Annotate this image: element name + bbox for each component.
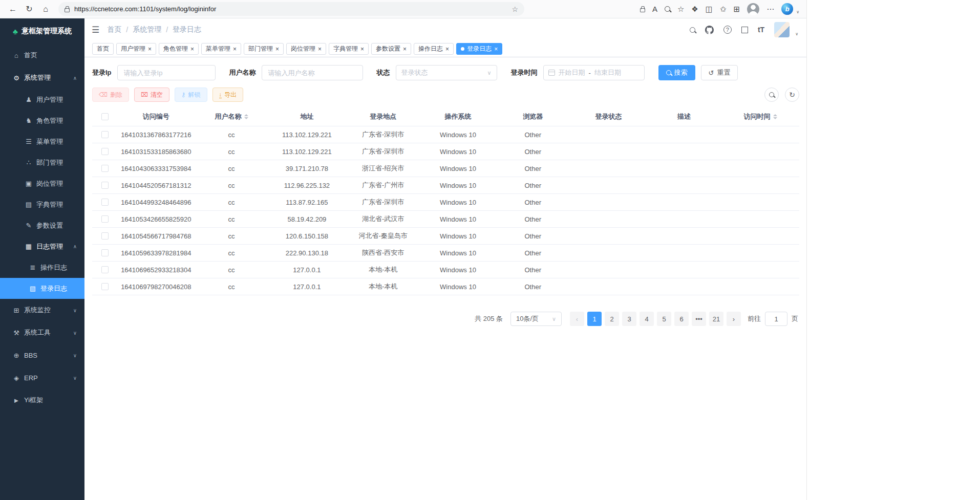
refresh-table-button[interactable]: ↻	[785, 88, 799, 102]
sidebar-item[interactable]: ⚙ 系统管理 ∧	[0, 67, 84, 89]
delete-button[interactable]: ⌫ 删除	[92, 88, 129, 102]
home-button[interactable]: ⌂	[38, 2, 53, 16]
favorites-bar-icon[interactable]: ✩	[720, 5, 727, 14]
close-icon[interactable]: ×	[275, 46, 279, 52]
sidebar-item[interactable]: ▤ 字典管理	[0, 194, 84, 215]
sidebar-item[interactable]: ⌂ 首页	[0, 44, 84, 67]
sort-carets-icon[interactable]	[244, 112, 248, 121]
login-ip-input[interactable]	[117, 65, 216, 80]
tab[interactable]: 部门管理 ×	[244, 43, 284, 55]
export-button[interactable]: ↓ 导出	[212, 88, 244, 102]
tab[interactable]: 登录日志 ×	[456, 43, 502, 55]
row-checkbox[interactable]	[101, 283, 109, 290]
sidebar-item[interactable]: ► Yi框架	[0, 389, 84, 411]
row-checkbox[interactable]	[101, 199, 109, 206]
help-icon[interactable]: ?	[723, 26, 732, 34]
page-button[interactable]: 3	[622, 312, 636, 326]
row-checkbox[interactable]	[101, 131, 109, 138]
sidebar-item[interactable]: ♞ 角色管理	[0, 110, 84, 131]
copilot-icon[interactable]: b	[781, 3, 793, 15]
reset-button[interactable]: ↺ 重置	[701, 65, 738, 80]
add-favorite-star-icon[interactable]: ☆	[512, 5, 518, 13]
favorites-icon[interactable]: ☆	[677, 5, 684, 14]
row-checkbox[interactable]	[101, 165, 109, 172]
sidebar-item[interactable]: ✎ 参数设置	[0, 215, 84, 236]
breadcrumb-item[interactable]: 系统管理 /	[133, 25, 168, 34]
sidebar-item[interactable]: ⚒ 系统工具 ∨	[0, 321, 84, 344]
site-info-lock-icon[interactable]	[65, 8, 70, 12]
sidebar-item[interactable]: ▧ 登录日志	[0, 278, 84, 299]
row-checkbox[interactable]	[101, 266, 109, 273]
split-screen-icon[interactable]: ◫	[706, 5, 713, 14]
username-input[interactable]	[262, 65, 363, 80]
url-text[interactable]: https://ccnetcore.com:1101/system/log/lo…	[74, 5, 507, 13]
close-icon[interactable]: ×	[318, 46, 322, 52]
tab[interactable]: 字典管理 ×	[329, 43, 369, 55]
unlock-button[interactable]: ⚷ 解锁	[175, 88, 207, 102]
page-button[interactable]: 21	[709, 312, 723, 326]
tab[interactable]: 用户管理 ×	[116, 43, 156, 55]
toggle-search-button[interactable]	[764, 88, 779, 102]
breadcrumb-item[interactable]: 首页 /	[107, 25, 128, 34]
next-page-button[interactable]: ›	[727, 312, 741, 326]
goto-page-input[interactable]	[765, 312, 787, 326]
sidebar-item[interactable]: ⊕ BBS ∨	[0, 344, 84, 366]
date-range-picker[interactable]: 开始日期 - 结束日期	[543, 65, 645, 80]
sidebar-item[interactable]: ≣ 操作日志	[0, 257, 84, 278]
sidebar-item[interactable]: ☰ 菜单管理	[0, 131, 84, 152]
tab[interactable]: 角色管理 ×	[159, 43, 199, 55]
tab[interactable]: 参数设置 ×	[371, 43, 411, 55]
page-button[interactable]: •••	[692, 312, 706, 326]
page-button[interactable]: 5	[657, 312, 671, 326]
close-icon[interactable]: ×	[494, 46, 498, 52]
close-icon[interactable]: ×	[148, 46, 152, 52]
close-icon[interactable]: ×	[190, 46, 194, 52]
tab[interactable]: 岗位管理 ×	[286, 43, 326, 55]
search-button[interactable]: 搜索	[658, 65, 695, 80]
close-icon[interactable]: ×	[233, 46, 237, 52]
row-checkbox[interactable]	[101, 148, 109, 155]
row-checkbox[interactable]	[101, 182, 109, 189]
sidebar-item[interactable]: ⊞ 系统监控 ∨	[0, 299, 84, 321]
github-icon[interactable]	[705, 26, 714, 34]
tab[interactable]: 菜单管理 ×	[201, 43, 241, 55]
close-icon[interactable]: ×	[360, 46, 364, 52]
sidebar-item[interactable]: ◈ ERP ∨	[0, 366, 84, 389]
breadcrumb-item[interactable]: 登录日志 /	[173, 25, 201, 34]
fullscreen-icon[interactable]	[741, 27, 748, 33]
sidebar-item[interactable]: ♟ 用户管理	[0, 89, 84, 110]
close-icon[interactable]: ×	[445, 46, 449, 52]
sidebar-item[interactable]: ▣ 岗位管理	[0, 173, 84, 194]
select-all-checkbox[interactable]	[101, 113, 109, 120]
font-size-icon[interactable]: tT	[758, 26, 764, 34]
collections-icon[interactable]: ⊞	[734, 5, 740, 14]
user-avatar[interactable]	[774, 22, 790, 37]
back-button[interactable]: ←	[5, 2, 20, 16]
reload-button[interactable]: ↻	[22, 2, 37, 16]
page-button[interactable]: 4	[640, 312, 654, 326]
tab[interactable]: 操作日志 ×	[414, 43, 454, 55]
collapse-menu-icon[interactable]: ☰	[92, 25, 99, 35]
avatar-caret-icon[interactable]: ∨	[795, 32, 798, 37]
row-checkbox[interactable]	[101, 249, 109, 256]
read-aloud-icon[interactable]: A	[652, 5, 657, 13]
copilot-caret-icon[interactable]: ∨	[796, 10, 799, 15]
page-button[interactable]: 6	[674, 312, 689, 326]
zoom-icon[interactable]	[665, 6, 670, 12]
settings-menu-icon[interactable]: ⋯	[766, 5, 774, 14]
sidebar-item[interactable]: ▦ 日志管理 ∧	[0, 236, 84, 257]
sidebar-item[interactable]: ∴ 部门管理	[0, 152, 84, 173]
browser-profile-avatar[interactable]	[747, 3, 759, 15]
address-bar[interactable]: https://ccnetcore.com:1101/system/log/lo…	[58, 2, 524, 16]
page-button[interactable]: 2	[605, 312, 619, 326]
row-checkbox[interactable]	[101, 215, 109, 223]
status-select[interactable]: 登录状态 ∨	[396, 65, 497, 80]
page-button[interactable]: 1	[587, 312, 602, 326]
clear-button[interactable]: ⌧ 清空	[134, 88, 169, 102]
page-size-select[interactable]: 10条/页 ∨	[510, 312, 562, 326]
tab[interactable]: 首页	[92, 43, 114, 55]
sort-carets-icon[interactable]	[773, 112, 777, 121]
prev-page-button[interactable]: ‹	[570, 312, 584, 326]
extensions-icon[interactable]: ❖	[691, 5, 698, 14]
password-key-icon[interactable]	[640, 6, 645, 12]
